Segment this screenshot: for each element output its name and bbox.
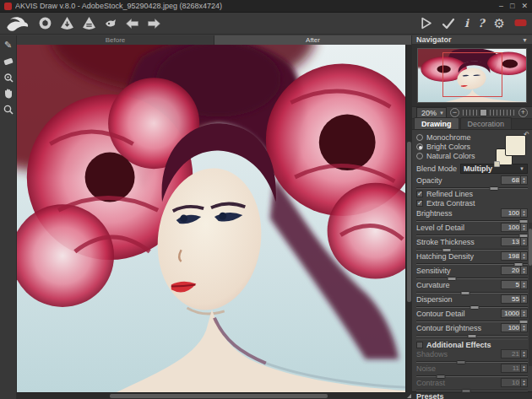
param-spinbox[interactable]: 100 ▲▼ [501,323,528,332]
preferences-button[interactable]: ⚙ [494,15,505,32]
radio-label: Monochrome [426,133,471,142]
checkbox-extra-contrast[interactable]: Extra Contrast [416,198,528,208]
param-slider[interactable] [416,304,528,308]
checkbox-icon[interactable] [416,191,423,197]
buy-button[interactable] [514,15,527,32]
slider-thumb[interactable] [442,248,451,252]
maximize-button[interactable]: □ [510,3,514,10]
radio-icon[interactable] [416,153,423,159]
zoom-out-button[interactable]: − [450,108,459,117]
slider-thumb[interactable] [490,186,499,191]
param-slider[interactable] [416,246,528,251]
swap-colors-icon[interactable]: ↶ [524,131,529,138]
slider-thumb[interactable] [518,219,528,224]
param-slider[interactable] [416,318,528,322]
spinner-buttons[interactable]: ▲▼ [520,238,527,245]
slider-thumb[interactable] [448,277,457,281]
spinner-buttons[interactable]: ▲▼ [520,295,527,303]
history-brush-tool-icon[interactable] [3,72,14,83]
param-spinbox[interactable]: 5 ▲▼ [501,280,528,289]
tab-before[interactable]: Before [17,35,214,45]
apply-button[interactable] [442,15,455,32]
radio-natural-colors[interactable]: Natural Colors [416,151,492,160]
radio-bright-colors[interactable]: Bright Colors [416,142,492,151]
slider-thumb[interactable] [518,320,528,324]
reset-colors-icon[interactable] [494,161,500,167]
zoom-slider-thumb[interactable] [480,109,487,116]
spinner-buttons[interactable]: ▲▼ [520,176,527,184]
slider-thumb[interactable] [518,234,528,238]
slider-thumb[interactable] [468,334,477,338]
panel-scrollbar[interactable] [529,223,532,366]
navigator-view-rectangle[interactable] [442,52,502,98]
help-button[interactable]: ? [478,15,485,32]
zoom-slider[interactable] [463,109,515,116]
param-label: Opacity [416,176,501,185]
spinner-buttons[interactable]: ▲▼ [520,324,527,332]
param-spinbox[interactable]: 1000 ▲▼ [501,309,528,318]
zoom-in-button[interactable]: + [518,108,528,117]
open-image-button[interactable] [38,15,52,32]
run-button[interactable] [420,15,432,32]
checkbox-icon[interactable] [416,200,423,207]
navigator-header[interactable]: Navigator ▼ [412,35,532,45]
save-image-button[interactable] [60,15,74,32]
slider-thumb[interactable] [514,262,524,267]
slider-thumb[interactable] [470,305,479,310]
vscroll-thumb[interactable] [407,142,411,302]
tab-drawing[interactable]: Drawing [414,117,459,129]
param-slider[interactable] [416,232,528,236]
hscroll-thumb[interactable] [110,394,328,398]
spinner-buttons[interactable]: ▲▼ [520,281,527,288]
radio-icon[interactable] [416,143,423,150]
redo-button[interactable] [147,15,161,32]
spinner-buttons[interactable]: ▲▼ [520,209,527,217]
param-slider[interactable] [416,275,528,279]
param-spinbox[interactable]: 198 ▲▼ [501,251,528,261]
param-slider[interactable] [416,185,528,189]
navigator-panel [412,45,532,107]
param-value: 1000 [502,310,520,317]
pencil-tool-icon[interactable]: ✎ [3,40,14,51]
close-button[interactable]: ✕ [521,3,528,10]
tab-decoration[interactable]: Decoration [460,117,513,129]
zoom-tool-icon[interactable] [3,104,14,115]
param-spinbox[interactable]: 100 ▲▼ [501,223,528,232]
param-slider[interactable] [416,332,528,337]
param-spinbox[interactable]: 13 ▲▼ [501,237,528,246]
minimize-button[interactable]: – [499,3,503,10]
info-button[interactable]: i [464,15,469,32]
panel-scroll-thumb[interactable] [529,229,532,266]
undo-button[interactable] [125,15,139,32]
param-slider[interactable] [416,289,528,294]
radio-monochrome[interactable]: Monochrome [416,132,492,142]
param-spinbox[interactable]: 55 ▲▼ [501,294,528,304]
checkbox-icon[interactable] [416,342,423,348]
spinner-buttons[interactable]: ▲▼ [520,252,527,260]
eraser-tool-icon[interactable] [3,56,14,67]
param-label: Hatching Density [416,252,501,261]
radio-icon[interactable] [416,134,423,141]
slider-thumb[interactable] [461,291,470,295]
checkbox-refined-lines[interactable]: Refined Lines [416,189,528,198]
param-curvature: Curvature 5 ▲▼ [416,280,528,294]
chevron-down-icon[interactable]: ▼ [522,37,528,43]
horizontal-scrollbar[interactable] [17,392,405,399]
spinner-buttons[interactable]: ▲▼ [520,310,527,317]
hand-tool-icon[interactable] [3,88,14,99]
param-spinbox[interactable]: 68 ▲▼ [501,175,528,185]
param-spinbox[interactable]: 20 ▲▼ [501,266,528,275]
param-spinbox[interactable]: 100 ▲▼ [501,208,528,218]
spinner-buttons[interactable]: ▲▼ [520,224,527,231]
spinner-buttons[interactable]: ▲▼ [520,267,527,274]
image-canvas[interactable] [17,45,405,392]
vertical-scrollbar[interactable] [405,45,412,392]
color-mode-group: Monochrome Bright Colors Natural Colors … [416,132,528,160]
param-slider[interactable] [416,218,528,222]
print-button[interactable] [82,15,96,32]
param-slider[interactable] [416,261,528,265]
share-button[interactable] [104,15,117,32]
checkbox-additional-effects[interactable]: Additional Effects [416,339,528,348]
tab-after[interactable]: After [214,35,412,45]
navigator-thumbnail[interactable] [417,48,527,103]
